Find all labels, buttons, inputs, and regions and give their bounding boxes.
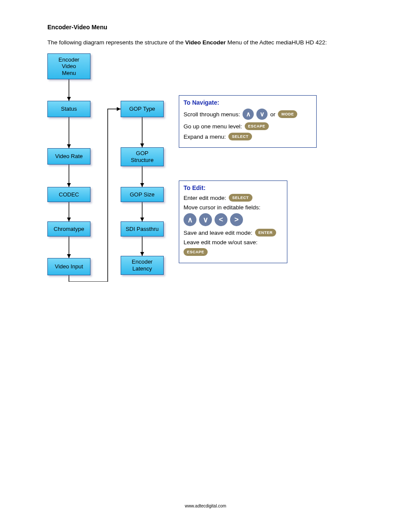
- box-video-rate-label: Video Rate: [55, 153, 83, 160]
- nav-up-text: Go up one menu level:: [184, 123, 242, 130]
- page-title: Encoder-Video Menu: [47, 24, 364, 31]
- edit-save-text: Save and leave edit mode:: [184, 230, 252, 236]
- escape-button-icon: ESCAPE: [245, 122, 269, 130]
- box-video-input-label: Video Input: [55, 263, 83, 270]
- up-icon: ∧: [243, 109, 254, 120]
- nav-or-text: or: [270, 111, 275, 118]
- nav-expand-text: Expand a menu:: [184, 134, 226, 140]
- box-chromatype: Chromatype: [47, 221, 90, 236]
- edit-enter-text: Enter edit mode:: [184, 195, 226, 201]
- escape-button-icon: ESCAPE: [184, 248, 208, 256]
- box-status-label: Status: [61, 106, 77, 112]
- box-encoder-latency-label: EncoderLatency: [132, 258, 153, 272]
- box-gop-structure-label: GOPStructure: [131, 150, 154, 163]
- panel-navigate-title: To Navigate:: [184, 99, 312, 106]
- box-gop-type: GOP Type: [121, 101, 164, 117]
- box-root: EncoderVideoMenu: [47, 53, 90, 79]
- left-icon: <: [215, 213, 227, 226]
- panel-navigate: To Navigate: Scroll through menus: ∧ ∨ o…: [179, 95, 317, 148]
- box-encoder-latency: EncoderLatency: [121, 256, 164, 275]
- select-button-icon: SELECT: [229, 194, 252, 202]
- up-icon: ∧: [184, 213, 196, 226]
- panel-edit-title: To Edit:: [184, 184, 283, 191]
- intro-post: Menu of the Adtec mediaHUB HD 422:: [226, 39, 327, 46]
- edit-line-save: Save and leave edit mode: ENTER: [184, 229, 283, 236]
- panel-edit: To Edit: Enter edit mode: SELECT Move cu…: [179, 180, 287, 263]
- edit-leave-text: Leave edit mode w/out save:: [184, 239, 258, 246]
- box-gop-type-label: GOP Type: [129, 106, 155, 112]
- intro-bold: Video Encoder: [185, 39, 226, 46]
- box-sdi-passthru: SDI Passthru: [121, 221, 164, 236]
- nav-scroll-text: Scroll through menus:: [184, 111, 240, 118]
- nav-line-expand: Expand a menu: SELECT: [184, 133, 312, 140]
- right-icon: >: [230, 213, 243, 226]
- nav-line-scroll: Scroll through menus: ∧ ∨ or MODE: [184, 109, 312, 120]
- diagram: EncoderVideoMenu Status Video Rate CODEC…: [47, 53, 323, 282]
- box-video-input: Video Input: [47, 258, 90, 275]
- edit-cursor-text: Move cursor in editable fields:: [184, 204, 261, 211]
- footer-url: www.adtecdigital.com: [0, 504, 411, 508]
- edit-line-cursor-buttons: ∧ ∨ < >: [184, 213, 283, 226]
- box-chromatype-label: Chromatype: [54, 226, 84, 233]
- edit-line-leave: Leave edit mode w/out save: ESCAPE: [184, 239, 283, 256]
- box-root-label: EncoderVideoMenu: [59, 56, 79, 77]
- down-icon: ∨: [256, 109, 268, 120]
- page: Encoder-Video Menu The following diagram…: [0, 0, 411, 532]
- box-gop-size-label: GOP Size: [130, 191, 155, 198]
- box-gop-structure: GOPStructure: [121, 147, 164, 166]
- enter-button-icon: ENTER: [255, 229, 276, 236]
- edit-line-enter: Enter edit mode: SELECT: [184, 194, 283, 202]
- box-status: Status: [47, 101, 90, 117]
- mode-button-icon: MODE: [278, 110, 297, 118]
- box-gop-size: GOP Size: [121, 187, 164, 202]
- nav-line-up: Go up one menu level: ESCAPE: [184, 122, 312, 130]
- down-icon: ∨: [199, 213, 212, 226]
- select-button-icon: SELECT: [228, 133, 252, 140]
- box-codec-label: CODEC: [59, 191, 79, 198]
- box-sdi-passthru-label: SDI Passthru: [126, 226, 159, 233]
- intro-text: The following diagram represents the str…: [47, 39, 364, 46]
- intro-pre: The following diagram represents the str…: [47, 39, 185, 46]
- box-codec: CODEC: [47, 187, 90, 202]
- box-video-rate: Video Rate: [47, 148, 90, 165]
- edit-line-cursor-text: Move cursor in editable fields:: [184, 204, 283, 211]
